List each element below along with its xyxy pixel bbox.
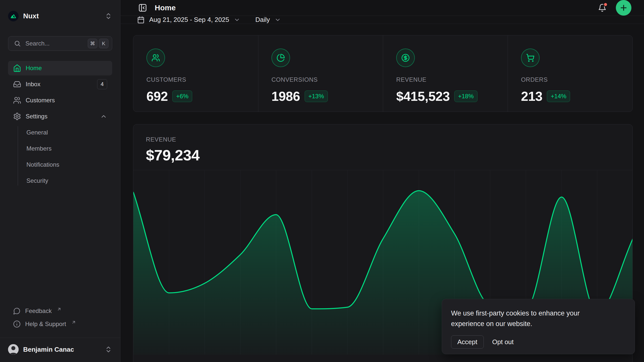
feedback-label: Feedback: [25, 307, 52, 314]
avatar: [8, 344, 19, 355]
app-root: Nuxt Search... ⌘ K Home: [0, 0, 644, 362]
filters-toolbar: Aug 21, 2025 - Sep 4, 2025 Daily: [120, 16, 644, 24]
inbox-icon: [13, 80, 21, 88]
stat-delta-badge: +6%: [172, 90, 192, 102]
chevron-up-icon: [100, 113, 107, 120]
sidebar-item-security[interactable]: Security: [8, 173, 112, 188]
calendar-icon: [137, 16, 145, 24]
stat-delta-badge: +13%: [305, 90, 328, 102]
stat-revenue[interactable]: REVENUE $415,523 +18%: [383, 35, 508, 112]
sidebar-item-members[interactable]: Members: [8, 141, 112, 156]
sidebar-nav: Home Inbox 4 Customers Settings: [8, 61, 112, 190]
stat-value: $415,523: [396, 89, 450, 104]
help-support-label: Help & Support: [25, 321, 66, 328]
stat-label: CUSTOMERS: [146, 76, 258, 83]
stat-value: 213: [521, 89, 542, 104]
date-range-picker[interactable]: Aug 21, 2025 - Sep 4, 2025: [137, 16, 240, 24]
period-value: Daily: [255, 16, 270, 24]
period-select[interactable]: Daily: [255, 16, 281, 24]
search-icon: [14, 40, 21, 47]
chat-bubble-icon: [13, 307, 21, 315]
feedback-link[interactable]: Feedback: [8, 304, 112, 318]
help-support-link[interactable]: Help & Support: [8, 318, 112, 331]
stat-orders[interactable]: ORDERS 213 +14%: [508, 35, 632, 112]
sidebar-footer: Feedback Help & Support: [8, 304, 112, 331]
sidebar-item-notifications[interactable]: Notifications: [8, 157, 112, 172]
stats-row: CUSTOMERS 692 +6% CONVERSIONS 1986 +13%: [133, 35, 633, 112]
sidebar: Nuxt Search... ⌘ K Home: [0, 0, 120, 362]
main-area: Home Aug 21, 2025 - Sep 4, 2025: [120, 0, 644, 362]
sidebar-item-general[interactable]: General: [8, 125, 112, 140]
stat-delta-badge: +14%: [547, 90, 570, 102]
optout-cookies-button[interactable]: Opt out: [492, 338, 514, 346]
user-menu[interactable]: Benjamin Canac: [8, 341, 112, 357]
sidebar-item-label: Customers: [26, 97, 55, 104]
chevrons-up-down-icon: [105, 12, 112, 20]
shopping-cart-icon: [521, 49, 540, 67]
cookie-banner: We use first-party cookies to enhance yo…: [442, 299, 635, 354]
inbox-count-badge: 4: [97, 79, 107, 89]
date-range-value: Aug 21, 2025 - Sep 4, 2025: [149, 16, 229, 24]
stat-conversions[interactable]: CONVERSIONS 1986 +13%: [258, 35, 383, 112]
stat-label: REVENUE: [396, 76, 508, 83]
sidebar-item-settings[interactable]: Settings: [8, 109, 112, 124]
search-placeholder: Search...: [25, 40, 83, 47]
sidebar-collapse-button[interactable]: [137, 2, 148, 13]
revenue-chart-value: $79,234: [146, 147, 632, 164]
revenue-chart-label: REVENUE: [146, 136, 632, 143]
pie-chart-icon: [271, 49, 290, 67]
gear-icon: [13, 112, 21, 120]
user-name: Benjamin Canac: [23, 346, 74, 353]
team-name: Nuxt: [23, 12, 39, 20]
nuxt-logo-icon: [8, 11, 19, 21]
page-header: Home: [120, 0, 644, 16]
stat-value: 1986: [271, 89, 300, 104]
sidebar-item-inbox[interactable]: Inbox 4: [8, 77, 112, 92]
chevron-down-icon: [234, 17, 240, 23]
info-circle-icon: [13, 320, 21, 328]
accept-cookies-button[interactable]: Accept: [451, 335, 484, 349]
page-title: Home: [155, 4, 176, 12]
external-link-icon: [57, 307, 62, 312]
plus-icon: [619, 4, 628, 12]
team-switcher[interactable]: Nuxt: [8, 10, 112, 22]
notification-dot: [603, 2, 608, 7]
external-link-icon: [71, 320, 76, 325]
users-icon: [146, 49, 165, 67]
chevrons-up-down-icon: [105, 346, 112, 353]
sidebar-item-label: Inbox: [26, 81, 41, 88]
add-button[interactable]: [616, 0, 631, 16]
subnav-guide-line: [18, 126, 18, 186]
sidebar-divider: [0, 338, 120, 338]
kbd-cmd: ⌘: [88, 39, 97, 48]
search-shortcut: ⌘ K: [88, 39, 108, 48]
cookie-message: We use first-party cookies to enhance yo…: [451, 308, 607, 329]
home-icon: [13, 64, 21, 72]
stat-label: CONVERSIONS: [271, 76, 383, 83]
search-input[interactable]: Search... ⌘ K: [8, 36, 112, 51]
sidebar-item-label: Home: [26, 65, 42, 72]
sidebar-item-label: Settings: [26, 113, 48, 120]
chevron-down-icon: [274, 17, 281, 23]
stat-delta-badge: +18%: [454, 90, 477, 102]
stat-value: 692: [146, 89, 168, 104]
notifications-button[interactable]: [597, 3, 607, 13]
stat-label: ORDERS: [521, 76, 632, 83]
sidebar-item-home[interactable]: Home: [8, 61, 112, 75]
users-icon: [13, 96, 21, 104]
kbd-k: K: [99, 39, 108, 48]
dollar-circle-icon: [396, 49, 415, 67]
sidebar-item-customers[interactable]: Customers: [8, 93, 112, 108]
stat-customers[interactable]: CUSTOMERS 692 +6%: [133, 35, 258, 112]
settings-subnav: General Members Notifications Security: [8, 125, 112, 188]
